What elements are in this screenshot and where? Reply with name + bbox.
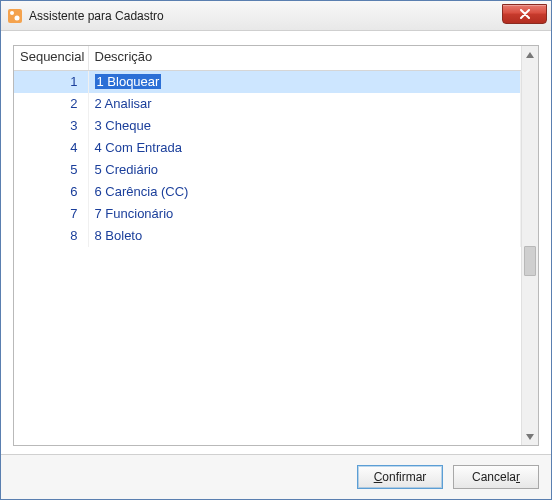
cell-sequencial: 8	[14, 225, 88, 247]
data-grid[interactable]: Sequencial Descrição 11 Bloquear22 Anali…	[13, 45, 539, 446]
cell-sequencial: 3	[14, 115, 88, 137]
column-header-sequencial[interactable]: Sequencial	[14, 46, 88, 71]
table-row[interactable]: 22 Analisar	[14, 93, 521, 115]
cell-descricao: 7 Funcionário	[88, 203, 521, 225]
table-row[interactable]: 88 Boleto	[14, 225, 521, 247]
confirm-button-label: Confirmar	[374, 470, 427, 484]
cancel-button-label: Cancelar	[472, 470, 520, 484]
scroll-up-button[interactable]	[522, 46, 538, 63]
cell-descricao: 5 Crediário	[88, 159, 521, 181]
dialog-footer: Confirmar Cancelar	[1, 454, 551, 499]
cancel-button[interactable]: Cancelar	[453, 465, 539, 489]
content-area: Sequencial Descrição 11 Bloquear22 Anali…	[1, 31, 551, 454]
cell-sequencial: 7	[14, 203, 88, 225]
cell-descricao: 1 Bloquear	[88, 71, 521, 93]
scroll-thumb[interactable]	[524, 246, 536, 276]
table-row[interactable]: 33 Cheque	[14, 115, 521, 137]
table-row[interactable]: 77 Funcionário	[14, 203, 521, 225]
table-row[interactable]: 44 Com Entrada	[14, 137, 521, 159]
cell-sequencial: 5	[14, 159, 88, 181]
cell-descricao: 2 Analisar	[88, 93, 521, 115]
scroll-down-button[interactable]	[522, 428, 538, 445]
app-icon	[7, 8, 23, 24]
cell-descricao: 4 Com Entrada	[88, 137, 521, 159]
cell-sequencial: 2	[14, 93, 88, 115]
vertical-scrollbar[interactable]	[521, 46, 538, 445]
svg-rect-0	[8, 9, 22, 23]
confirm-button[interactable]: Confirmar	[357, 465, 443, 489]
table-row[interactable]: 66 Carência (CC)	[14, 181, 521, 203]
window-title: Assistente para Cadastro	[29, 9, 164, 23]
cell-descricao: 6 Carência (CC)	[88, 181, 521, 203]
cell-descricao: 3 Cheque	[88, 115, 521, 137]
column-header-descricao[interactable]: Descrição	[88, 46, 521, 71]
titlebar: Assistente para Cadastro	[1, 1, 551, 31]
svg-point-2	[15, 15, 20, 20]
cell-sequencial: 1	[14, 71, 88, 93]
table-row[interactable]: 11 Bloquear	[14, 71, 521, 93]
close-button[interactable]	[502, 4, 547, 24]
dialog-window: Assistente para Cadastro Sequencial Des	[0, 0, 552, 500]
svg-point-1	[10, 11, 14, 15]
cell-sequencial: 4	[14, 137, 88, 159]
cell-sequencial: 6	[14, 181, 88, 203]
close-icon	[519, 9, 531, 19]
table-row[interactable]: 55 Crediário	[14, 159, 521, 181]
cell-descricao: 8 Boleto	[88, 225, 521, 247]
